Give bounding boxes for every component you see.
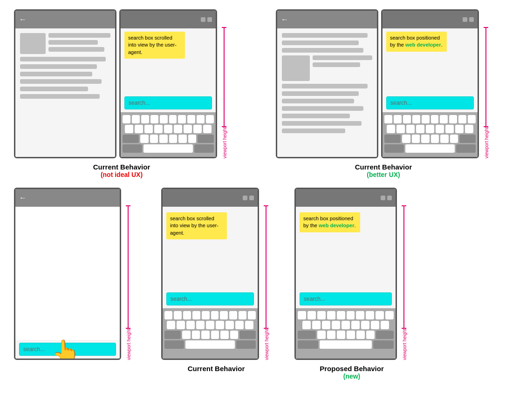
key — [337, 311, 345, 319]
key — [468, 115, 476, 123]
back-arrow-icon: ← — [19, 194, 27, 202]
developer-highlight-br: web developer — [319, 223, 354, 228]
key — [211, 331, 219, 339]
key — [206, 115, 214, 123]
key-shift — [164, 331, 181, 339]
phone-header-right — [383, 11, 478, 28]
phone-header-right — [296, 189, 396, 207]
key — [229, 311, 237, 319]
phone-header: ← — [15, 189, 120, 207]
window-dots — [243, 196, 254, 200]
viewport-height-indicator-bl: viewport height — [123, 188, 133, 360]
phone-keyboard-middle: search box scrolled into view by the use… — [161, 188, 259, 360]
key — [347, 331, 355, 339]
key-space — [320, 340, 371, 349]
phone-header: ← — [15, 11, 115, 28]
key — [317, 331, 326, 339]
sticky-note-developer-br: search box positioned by the web develop… — [300, 212, 360, 232]
key — [178, 135, 187, 143]
scenario-top-left: ← — [14, 9, 229, 178]
key — [322, 321, 330, 329]
key — [141, 115, 149, 123]
key — [298, 311, 306, 319]
line — [20, 94, 100, 99]
key — [177, 321, 185, 329]
key — [192, 311, 200, 319]
key — [366, 311, 374, 319]
key — [376, 311, 384, 319]
viewport-height-indicator-tr: viewport height — [481, 9, 491, 158]
key — [403, 115, 411, 123]
vh-label: viewport height — [484, 127, 489, 158]
bl-phone-with-vh: ← search... 👆 — [14, 188, 133, 360]
vh-label: viewport height — [222, 127, 227, 158]
search-placeholder: search... — [23, 346, 45, 352]
key — [445, 125, 454, 133]
top-row: ← — [14, 9, 512, 178]
key — [455, 125, 464, 133]
key — [248, 311, 256, 319]
line — [20, 79, 102, 84]
sticky-text: search box scrolled into view by the use… — [170, 216, 219, 236]
key — [167, 321, 175, 329]
key — [465, 125, 473, 133]
search-input-bottom-middle[interactable]: search... — [166, 292, 254, 305]
key — [174, 125, 182, 133]
scenario-top-right: ← — [276, 9, 491, 178]
key — [436, 125, 444, 133]
key — [239, 311, 246, 319]
content-area — [277, 28, 377, 157]
key — [307, 311, 316, 319]
key — [192, 331, 200, 339]
keyboard-row-2 — [384, 125, 476, 133]
viewport-height-indicator-br: viewport height — [399, 188, 409, 360]
phone-keyboard-right: search box scrolled into view by the use… — [119, 9, 217, 158]
content-area — [15, 28, 115, 157]
phone-pair-top-left: ← — [14, 9, 229, 158]
key — [169, 135, 178, 143]
search-input-top-right[interactable]: search... — [386, 96, 474, 109]
phone2-with-vh: search box scrolled into view by the use… — [119, 9, 229, 158]
key-backspace — [459, 135, 476, 143]
key-space — [185, 340, 235, 349]
search-input-top-left[interactable]: search... — [124, 96, 212, 109]
key — [206, 321, 214, 329]
phone-keyboard-right-2: search box positioned by the web develop… — [381, 9, 479, 158]
key — [327, 311, 335, 319]
keyboard-row-3 — [384, 135, 476, 143]
scenario-bottom-middle: search box scrolled into view by the use… — [161, 188, 271, 373]
key — [220, 331, 229, 339]
window-dots — [381, 196, 392, 200]
blank-content-area — [15, 207, 120, 340]
search-input-bottom-right[interactable]: search... — [300, 292, 392, 305]
main-container: ← — [0, 0, 526, 389]
hand-cursor-icon: 👆 — [51, 339, 80, 360]
key — [201, 331, 210, 339]
key — [312, 321, 321, 329]
keyboard — [121, 112, 216, 157]
key-shift — [298, 331, 316, 339]
bottom-row: ← search... 👆 — [14, 188, 512, 380]
key — [211, 311, 219, 319]
back-arrow-icon: ← — [281, 15, 288, 24]
key — [327, 331, 335, 339]
phone-body — [277, 28, 377, 157]
sublabel-better-ux: (better UX) — [367, 171, 400, 178]
line — [48, 47, 104, 52]
lines-col — [48, 33, 110, 52]
scenario-bottom-right: search box positioned by the web develop… — [294, 188, 409, 380]
dot — [469, 17, 474, 22]
content-row — [282, 55, 372, 81]
dot — [249, 196, 254, 200]
key — [302, 321, 311, 329]
key — [422, 115, 430, 123]
key-shift — [384, 135, 401, 143]
content-row-1 — [20, 33, 110, 54]
keyboard-bottom-bar — [164, 350, 256, 356]
search-placeholder: search... — [304, 296, 325, 302]
vh-line — [403, 206, 404, 328]
key-123 — [164, 340, 184, 349]
phone2-with-vh-tr: search box positioned by the web develop… — [381, 9, 491, 158]
key — [361, 321, 369, 329]
phone-content-right-1: ← — [276, 9, 378, 158]
